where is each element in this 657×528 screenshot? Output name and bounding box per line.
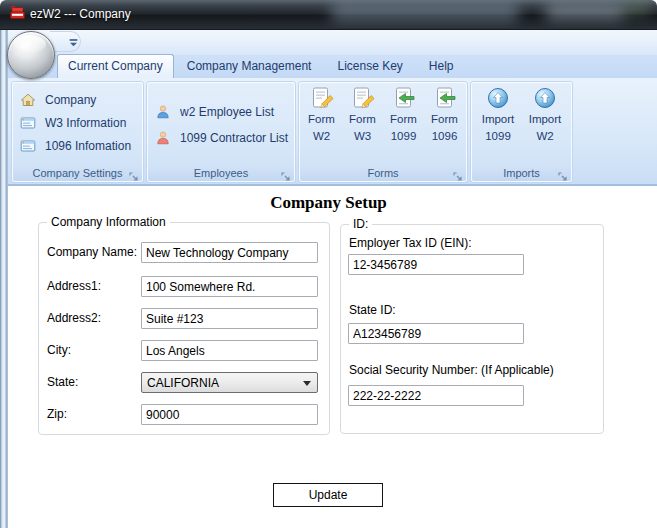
- address1-label: Address1:: [47, 279, 101, 293]
- ribbon-button-import-w2[interactable]: Import W2: [523, 86, 567, 144]
- state-id-input[interactable]: [348, 323, 524, 344]
- group-label: Forms: [367, 167, 398, 179]
- form-import-icon: [392, 86, 416, 110]
- form-window-icon: [20, 138, 36, 154]
- app-icon[interactable]: [9, 5, 26, 22]
- ribbon-button-form-1099[interactable]: Form 1099: [383, 86, 424, 144]
- ribbon-item-company[interactable]: Company: [20, 90, 141, 110]
- ribbon-group-imports: Import 1099 Import W2 Imports: [471, 82, 572, 182]
- form-edit-icon: [351, 86, 375, 110]
- address2-input[interactable]: [141, 308, 318, 329]
- window-title: ezW2 --- Company: [30, 7, 131, 21]
- ein-label: Employer Tax ID (EIN):: [349, 236, 471, 250]
- update-button[interactable]: Update: [273, 483, 383, 507]
- person-blue-icon: [155, 104, 171, 120]
- ribbon-button-label: 1099: [485, 130, 511, 144]
- ribbon-tabs: Current Company Company Management Licen…: [57, 55, 467, 78]
- ribbon-button-form-w2[interactable]: Form W2: [301, 86, 342, 144]
- group-footer: Forms: [300, 165, 466, 181]
- address2-label: Address2:: [47, 311, 101, 325]
- person-red-icon: [155, 130, 171, 146]
- ribbon-button-import-1099[interactable]: Import 1099: [476, 86, 520, 144]
- tab-current-company[interactable]: Current Company: [57, 54, 174, 78]
- dialog-launcher-icon[interactable]: [453, 168, 463, 178]
- titlebar-glass-reflection: [545, 5, 625, 19]
- ribbon-button-form-w3[interactable]: Form W3: [342, 86, 383, 144]
- zip-label: Zip:: [47, 407, 67, 421]
- groupbox-legend: ID:: [349, 217, 372, 231]
- ribbon-button-label: Form: [390, 113, 417, 127]
- ribbon-item-w3-information[interactable]: W3 Information: [20, 113, 141, 133]
- group-label: Imports: [503, 167, 540, 179]
- ribbon-button-label: Import: [482, 113, 515, 127]
- group-footer: Company Settings: [13, 165, 142, 181]
- application-menu-button[interactable]: [7, 31, 55, 79]
- quick-access-toolbar: [0, 30, 657, 55]
- ssn-label: Social Security Number: (If Applicable): [349, 363, 554, 377]
- ribbon-item-1096-infomation[interactable]: 1096 Infomation: [20, 136, 141, 156]
- ribbon-button-label: Form: [349, 113, 376, 127]
- ribbon-button-label: Import: [529, 113, 562, 127]
- tab-company-management[interactable]: Company Management: [174, 55, 325, 78]
- tab-license-key[interactable]: License Key: [324, 55, 415, 78]
- form-edit-icon: [310, 86, 334, 110]
- main-content: Company Setup Company Information Compan…: [0, 186, 657, 528]
- ribbon-item-label: W3 Information: [45, 116, 126, 130]
- state-id-label: State ID:: [349, 303, 396, 317]
- ribbon-group-employees: w2 Employee List 1099 Contractor List Em…: [147, 82, 295, 182]
- dialog-launcher-icon[interactable]: [558, 168, 568, 178]
- ribbon-button-label: W2: [536, 130, 553, 144]
- group-label: Employees: [194, 167, 248, 179]
- ribbon-item-1099-contractor-list[interactable]: 1099 Contractor List: [155, 128, 293, 148]
- ribbon-item-label: 1096 Infomation: [45, 139, 131, 153]
- city-label: City:: [47, 343, 71, 357]
- ribbon-groups-layer: Company W3 Information: [0, 78, 657, 186]
- dialog-launcher-icon[interactable]: [281, 168, 291, 178]
- state-label: State:: [47, 375, 78, 389]
- zip-input[interactable]: [141, 404, 318, 425]
- group-footer: Imports: [472, 165, 571, 181]
- group-label: Company Settings: [33, 167, 123, 179]
- city-input[interactable]: [141, 340, 318, 361]
- ribbon-item-w2-employee-list[interactable]: w2 Employee List: [155, 102, 293, 122]
- groupbox-legend: Company Information: [47, 215, 170, 229]
- app-window: ezW2 --- Company Current Company Company…: [0, 0, 657, 528]
- id-groupbox: ID: Employer Tax ID (EIN): State ID: Soc…: [340, 224, 604, 434]
- ribbon-item-label: Company: [45, 93, 96, 107]
- form-import-icon: [433, 86, 457, 110]
- tab-help[interactable]: Help: [416, 55, 467, 78]
- company-name-label: Company Name:: [47, 245, 137, 259]
- group-footer: Employees: [148, 165, 294, 181]
- ribbon-group-forms: Form W2 Form W: [299, 82, 467, 182]
- titlebar-glass-reflection: [330, 3, 520, 21]
- page-title: Company Setup: [0, 193, 657, 213]
- state-select-value: CALIFORNIA: [147, 376, 219, 390]
- ribbon-button-form-1096[interactable]: Form 1096: [424, 86, 465, 144]
- address1-input[interactable]: [141, 276, 318, 297]
- ribbon-button-label: W2: [313, 130, 330, 144]
- ribbon-button-label: 1099: [391, 130, 417, 144]
- ein-input[interactable]: [348, 254, 524, 275]
- ssn-input[interactable]: [348, 385, 524, 406]
- ribbon-button-label: W3: [354, 130, 371, 144]
- ribbon-item-label: w2 Employee List: [180, 105, 274, 119]
- ribbon-button-label: Form: [431, 113, 458, 127]
- quick-access-dropdown-icon[interactable]: [68, 35, 79, 46]
- form-window-icon: [20, 115, 36, 131]
- ribbon-button-label: Form: [308, 113, 335, 127]
- home-icon: [20, 92, 36, 108]
- import-sphere-icon: [533, 86, 557, 110]
- company-information-groupbox: Company Information Company Name: Addres…: [38, 222, 330, 435]
- company-name-input[interactable]: [141, 242, 318, 263]
- ribbon-button-label: 1096: [432, 130, 458, 144]
- title-bar: ezW2 --- Company: [0, 0, 657, 28]
- dialog-launcher-icon[interactable]: [129, 168, 139, 178]
- ribbon-group-company-settings: Company W3 Information: [12, 82, 143, 182]
- import-sphere-icon: [486, 86, 510, 110]
- titlebar-glass-reflection: [620, 2, 650, 14]
- dropdown-arrow-icon: [303, 381, 311, 386]
- state-select[interactable]: CALIFORNIA: [141, 372, 318, 393]
- window-left-border: [0, 30, 8, 528]
- ribbon-item-label: 1099 Contractor List: [180, 131, 288, 145]
